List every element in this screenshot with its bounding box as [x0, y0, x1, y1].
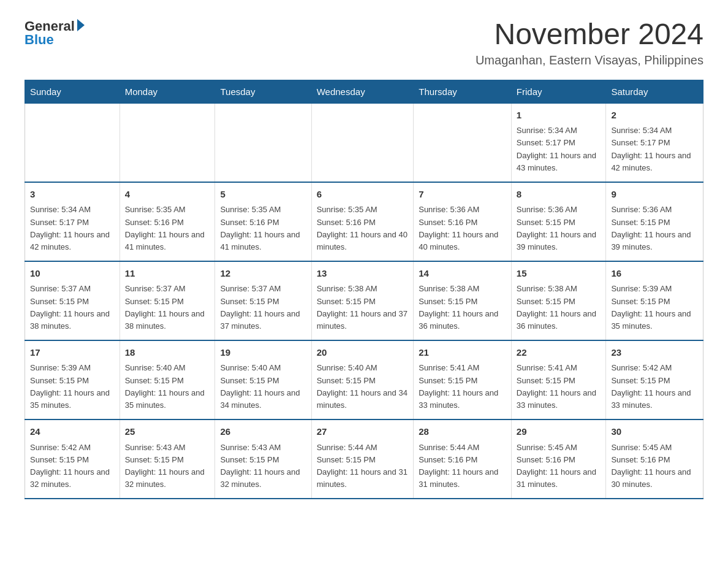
table-row: 10Sunrise: 5:37 AMSunset: 5:15 PMDayligh…: [25, 261, 120, 340]
week-row-1: 1Sunrise: 5:34 AMSunset: 5:17 PMDaylight…: [25, 103, 703, 182]
table-row: 30Sunrise: 5:45 AMSunset: 5:16 PMDayligh…: [606, 419, 703, 499]
day-info: Sunrise: 5:37 AMSunset: 5:15 PMDaylight:…: [30, 283, 115, 332]
table-row: 2Sunrise: 5:34 AMSunset: 5:17 PMDaylight…: [606, 103, 703, 182]
table-row: 12Sunrise: 5:37 AMSunset: 5:15 PMDayligh…: [215, 261, 311, 340]
title-block: November 2024 Umaganhan, Eastern Visayas…: [476, 18, 703, 67]
table-row: 9Sunrise: 5:36 AMSunset: 5:15 PMDaylight…: [606, 182, 703, 261]
day-info: Sunrise: 5:43 AMSunset: 5:15 PMDaylight:…: [220, 442, 306, 491]
day-info: Sunrise: 5:45 AMSunset: 5:16 PMDaylight:…: [517, 442, 601, 491]
logo-blue-text: Blue: [25, 32, 54, 48]
day-info: Sunrise: 5:42 AMSunset: 5:15 PMDaylight:…: [611, 362, 698, 412]
day-number: 26: [220, 425, 306, 439]
table-row: 28Sunrise: 5:44 AMSunset: 5:16 PMDayligh…: [414, 419, 512, 499]
day-number: 25: [125, 425, 210, 439]
page-header: General Blue November 2024 Umaganhan, Ea…: [25, 18, 703, 67]
table-row: 3Sunrise: 5:34 AMSunset: 5:17 PMDaylight…: [25, 182, 120, 261]
week-row-4: 17Sunrise: 5:39 AMSunset: 5:15 PMDayligh…: [25, 340, 703, 419]
day-number: 27: [317, 425, 409, 439]
day-info: Sunrise: 5:38 AMSunset: 5:15 PMDaylight:…: [317, 283, 409, 332]
day-info: Sunrise: 5:35 AMSunset: 5:16 PMDaylight:…: [125, 204, 210, 253]
table-row: 20Sunrise: 5:40 AMSunset: 5:15 PMDayligh…: [311, 340, 414, 419]
day-info: Sunrise: 5:34 AMSunset: 5:17 PMDaylight:…: [30, 204, 115, 253]
day-number: 15: [517, 267, 601, 281]
logo: General Blue: [25, 18, 85, 48]
day-number: 9: [611, 188, 698, 202]
day-number: 13: [317, 267, 409, 281]
table-row: 7Sunrise: 5:36 AMSunset: 5:16 PMDaylight…: [414, 182, 512, 261]
day-number: 7: [419, 188, 506, 202]
day-number: 29: [517, 425, 601, 439]
day-info: Sunrise: 5:35 AMSunset: 5:16 PMDaylight:…: [220, 204, 306, 253]
table-row: 26Sunrise: 5:43 AMSunset: 5:15 PMDayligh…: [215, 419, 311, 499]
table-row: 24Sunrise: 5:42 AMSunset: 5:15 PMDayligh…: [25, 419, 120, 499]
table-row: 17Sunrise: 5:39 AMSunset: 5:15 PMDayligh…: [25, 340, 120, 419]
day-info: Sunrise: 5:40 AMSunset: 5:15 PMDaylight:…: [220, 362, 306, 412]
day-info: Sunrise: 5:44 AMSunset: 5:15 PMDaylight:…: [317, 442, 409, 491]
table-row: 1Sunrise: 5:34 AMSunset: 5:17 PMDaylight…: [511, 103, 606, 182]
day-number: 10: [30, 267, 115, 281]
day-number: 28: [419, 425, 506, 439]
header-monday: Monday: [119, 80, 215, 103]
day-number: 6: [317, 188, 409, 202]
day-info: Sunrise: 5:39 AMSunset: 5:15 PMDaylight:…: [30, 362, 115, 412]
day-number: 21: [419, 346, 506, 360]
day-info: Sunrise: 5:38 AMSunset: 5:15 PMDaylight:…: [517, 283, 601, 332]
day-info: Sunrise: 5:40 AMSunset: 5:15 PMDaylight:…: [317, 362, 409, 412]
day-number: 18: [125, 346, 210, 360]
day-number: 1: [517, 109, 601, 123]
table-row: 22Sunrise: 5:41 AMSunset: 5:15 PMDayligh…: [511, 340, 606, 419]
table-row: [25, 103, 120, 182]
day-info: Sunrise: 5:42 AMSunset: 5:15 PMDaylight:…: [30, 442, 115, 491]
header-sunday: Sunday: [25, 80, 120, 103]
logo-arrow-icon: [77, 19, 85, 31]
table-row: [215, 103, 311, 182]
table-row: 15Sunrise: 5:38 AMSunset: 5:15 PMDayligh…: [511, 261, 606, 340]
day-number: 11: [125, 267, 210, 281]
table-row: 21Sunrise: 5:41 AMSunset: 5:15 PMDayligh…: [414, 340, 512, 419]
day-number: 17: [30, 346, 115, 360]
calendar-title: November 2024: [476, 18, 703, 51]
day-number: 22: [517, 346, 601, 360]
calendar-table: Sunday Monday Tuesday Wednesday Thursday…: [25, 80, 703, 499]
day-number: 4: [125, 188, 210, 202]
calendar-header-row: Sunday Monday Tuesday Wednesday Thursday…: [25, 80, 703, 103]
table-row: [119, 103, 215, 182]
day-number: 8: [517, 188, 601, 202]
day-info: Sunrise: 5:34 AMSunset: 5:17 PMDaylight:…: [611, 124, 698, 174]
day-number: 20: [317, 346, 409, 360]
day-number: 19: [220, 346, 306, 360]
day-info: Sunrise: 5:36 AMSunset: 5:15 PMDaylight:…: [517, 204, 601, 253]
day-number: 14: [419, 267, 506, 281]
week-row-5: 24Sunrise: 5:42 AMSunset: 5:15 PMDayligh…: [25, 419, 703, 499]
day-number: 3: [30, 188, 115, 202]
header-wednesday: Wednesday: [311, 80, 414, 103]
header-thursday: Thursday: [414, 80, 512, 103]
day-info: Sunrise: 5:34 AMSunset: 5:17 PMDaylight:…: [517, 124, 601, 174]
table-row: [414, 103, 512, 182]
day-info: Sunrise: 5:44 AMSunset: 5:16 PMDaylight:…: [419, 442, 506, 491]
day-info: Sunrise: 5:40 AMSunset: 5:15 PMDaylight:…: [125, 362, 210, 412]
table-row: 16Sunrise: 5:39 AMSunset: 5:15 PMDayligh…: [606, 261, 703, 340]
week-row-2: 3Sunrise: 5:34 AMSunset: 5:17 PMDaylight…: [25, 182, 703, 261]
day-info: Sunrise: 5:41 AMSunset: 5:15 PMDaylight:…: [517, 362, 601, 412]
table-row: 14Sunrise: 5:38 AMSunset: 5:15 PMDayligh…: [414, 261, 512, 340]
table-row: 6Sunrise: 5:35 AMSunset: 5:16 PMDaylight…: [311, 182, 414, 261]
day-info: Sunrise: 5:37 AMSunset: 5:15 PMDaylight:…: [220, 283, 306, 332]
table-row: 19Sunrise: 5:40 AMSunset: 5:15 PMDayligh…: [215, 340, 311, 419]
table-row: 29Sunrise: 5:45 AMSunset: 5:16 PMDayligh…: [511, 419, 606, 499]
day-number: 12: [220, 267, 306, 281]
table-row: [311, 103, 414, 182]
calendar-subtitle: Umaganhan, Eastern Visayas, Philippines: [476, 53, 703, 67]
table-row: 5Sunrise: 5:35 AMSunset: 5:16 PMDaylight…: [215, 182, 311, 261]
day-info: Sunrise: 5:43 AMSunset: 5:15 PMDaylight:…: [125, 442, 210, 491]
day-info: Sunrise: 5:36 AMSunset: 5:15 PMDaylight:…: [611, 204, 698, 253]
day-info: Sunrise: 5:39 AMSunset: 5:15 PMDaylight:…: [611, 283, 698, 332]
header-saturday: Saturday: [606, 80, 703, 103]
day-number: 5: [220, 188, 306, 202]
header-tuesday: Tuesday: [215, 80, 311, 103]
day-info: Sunrise: 5:37 AMSunset: 5:15 PMDaylight:…: [125, 283, 210, 332]
table-row: 25Sunrise: 5:43 AMSunset: 5:15 PMDayligh…: [119, 419, 215, 499]
day-info: Sunrise: 5:36 AMSunset: 5:16 PMDaylight:…: [419, 204, 506, 253]
day-info: Sunrise: 5:38 AMSunset: 5:15 PMDaylight:…: [419, 283, 506, 332]
day-number: 24: [30, 425, 115, 439]
